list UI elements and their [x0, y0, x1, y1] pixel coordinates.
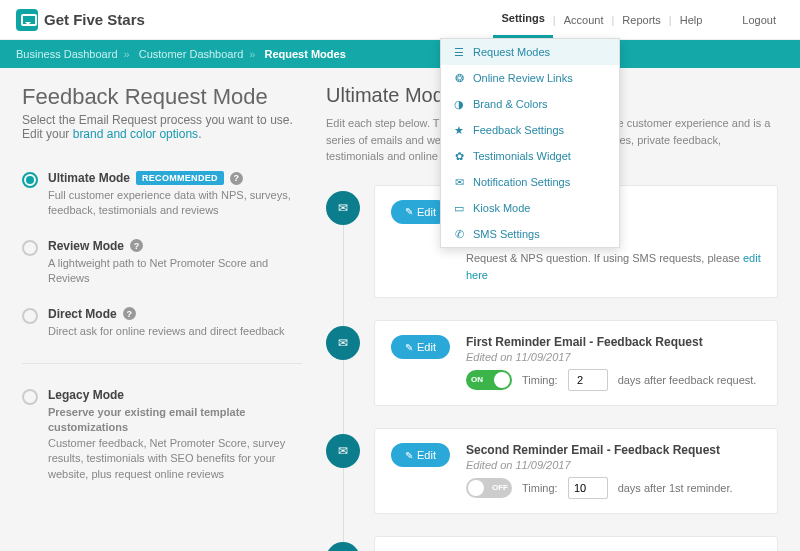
- menu-item-icon: ❂: [453, 72, 465, 84]
- toggle-off-label: OFF: [492, 483, 508, 492]
- menu-item-icon: ☰: [453, 46, 465, 58]
- radio-direct[interactable]: [22, 308, 38, 324]
- toggle-off[interactable]: OFF: [466, 478, 512, 498]
- mode-legacy-desc1: Preserve your existing email template cu…: [48, 406, 245, 433]
- mode-legacy[interactable]: Legacy Mode Preserve your existing email…: [22, 378, 302, 492]
- menu-item-icon: ✉: [453, 176, 465, 188]
- page-subtitle: Select the Email Request process you wan…: [22, 113, 302, 141]
- edit-button[interactable]: Edit: [391, 443, 450, 467]
- radio-review[interactable]: [22, 240, 38, 256]
- menu-item-icon: ▭: [453, 202, 465, 214]
- step3-title: Second Reminder Email - Feedback Request: [466, 443, 761, 457]
- timing-label: Timing:: [522, 482, 558, 494]
- mode-direct-title: Direct Mode: [48, 307, 117, 321]
- mode-review-desc: A lightweight path to Net Promoter Score…: [48, 256, 302, 287]
- mode-review[interactable]: Review Mode? A lightweight path to Net P…: [22, 229, 302, 297]
- timing-input[interactable]: [568, 477, 608, 499]
- menu-item-label: Kiosk Mode: [473, 202, 530, 214]
- radio-ultimate[interactable]: [22, 172, 38, 188]
- timing-input[interactable]: [568, 369, 608, 391]
- mode-legacy-desc2: Customer feedback, Net Promoter Score, s…: [48, 436, 302, 482]
- menu-item-icon: ★: [453, 124, 465, 136]
- settings-menu-item[interactable]: ☰Request Modes: [441, 39, 619, 65]
- page-icon: ▭: [326, 542, 360, 551]
- breadcrumb-current: Request Modes: [264, 48, 345, 60]
- menu-item-label: Feedback Settings: [473, 124, 564, 136]
- toggle-on-label: ON: [471, 375, 483, 384]
- settings-menu-item[interactable]: ▭Kiosk Mode: [441, 195, 619, 221]
- nav-settings[interactable]: Settings: [493, 1, 552, 38]
- timing-after: days after 1st reminder.: [618, 482, 733, 494]
- logo-icon: [16, 9, 38, 31]
- mail-icon: ✉: [326, 191, 360, 225]
- mode-ultimate[interactable]: Ultimate Mode RECOMMENDED ? Full custome…: [22, 161, 302, 229]
- subtitle-end: .: [198, 127, 201, 141]
- menu-item-label: Brand & Colors: [473, 98, 548, 110]
- menu-item-label: Online Review Links: [473, 72, 573, 84]
- mail-icon: ✉: [326, 434, 360, 468]
- divider: [22, 363, 302, 364]
- menu-item-label: Request Modes: [473, 46, 550, 58]
- step2-sub: Edited on 11/09/2017: [466, 351, 761, 363]
- mode-review-title: Review Mode: [48, 239, 124, 253]
- recommended-badge: RECOMMENDED: [136, 171, 224, 185]
- menu-item-label: Notification Settings: [473, 176, 570, 188]
- settings-menu-item[interactable]: ✆SMS Settings: [441, 221, 619, 247]
- breadcrumb: Business Dashboard» Customer Dashboard» …: [0, 40, 800, 68]
- brand-name: Get Five Stars: [44, 11, 145, 28]
- menu-item-icon: ✿: [453, 150, 465, 162]
- settings-menu-item[interactable]: ✿Testimonials Widget: [441, 143, 619, 169]
- mode-legacy-title: Legacy Mode: [48, 388, 124, 402]
- timing-after: days after feedback request.: [618, 374, 757, 386]
- settings-dropdown: ☰Request Modes❂Online Review Links◑Brand…: [440, 38, 620, 248]
- help-icon[interactable]: ?: [130, 239, 143, 252]
- top-nav: Settings| Account| Reports| Help Logout: [493, 1, 784, 38]
- step2-title: First Reminder Email - Feedback Request: [466, 335, 761, 349]
- settings-menu-item[interactable]: ❂Online Review Links: [441, 65, 619, 91]
- toggle-on[interactable]: ON: [466, 370, 512, 390]
- mode-direct-desc: Direct ask for online reviews and direct…: [48, 324, 302, 339]
- settings-menu-item[interactable]: ✉Notification Settings: [441, 169, 619, 195]
- help-icon[interactable]: ?: [230, 172, 243, 185]
- nav-reports[interactable]: Reports: [614, 14, 669, 26]
- edit-button[interactable]: Edit: [391, 335, 450, 359]
- brand-logo[interactable]: Get Five Stars: [16, 9, 145, 31]
- step1-line2: Request & NPS question. If using SMS req…: [466, 252, 743, 264]
- radio-legacy[interactable]: [22, 389, 38, 405]
- settings-menu-item[interactable]: ★Feedback Settings: [441, 117, 619, 143]
- nav-help[interactable]: Help: [672, 14, 711, 26]
- menu-item-label: Testimonials Widget: [473, 150, 571, 162]
- mode-direct[interactable]: Direct Mode? Direct ask for online revie…: [22, 297, 302, 349]
- help-icon[interactable]: ?: [123, 307, 136, 320]
- page-title: Feedback Request Mode: [22, 84, 302, 110]
- brand-options-link[interactable]: brand and color options: [73, 127, 198, 141]
- nav-logout[interactable]: Logout: [734, 14, 784, 26]
- breadcrumb-customer[interactable]: Customer Dashboard: [139, 48, 244, 60]
- mode-ultimate-title: Ultimate Mode: [48, 171, 130, 185]
- menu-item-icon: ✆: [453, 228, 465, 240]
- settings-menu-item[interactable]: ◑Brand & Colors: [441, 91, 619, 117]
- timing-label: Timing:: [522, 374, 558, 386]
- mode-ultimate-desc: Full customer experience data with NPS, …: [48, 188, 302, 219]
- menu-item-label: SMS Settings: [473, 228, 540, 240]
- nav-account[interactable]: Account: [556, 14, 612, 26]
- mail-icon: ✉: [326, 326, 360, 360]
- step3-sub: Edited on 11/09/2017: [466, 459, 761, 471]
- breadcrumb-business[interactable]: Business Dashboard: [16, 48, 118, 60]
- menu-item-icon: ◑: [453, 98, 465, 110]
